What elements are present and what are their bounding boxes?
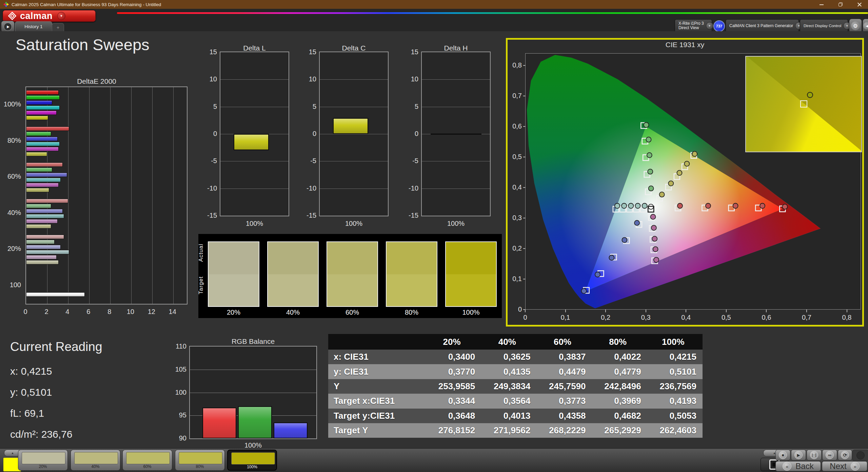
yellow-measured-marker	[677, 170, 682, 175]
delta_c-gridline	[320, 161, 388, 161]
meter-chevron-button[interactable]: ▼	[706, 22, 713, 29]
cie-x-tickmark	[646, 310, 646, 312]
delta-c-chart: 151050-5-10-15	[319, 52, 389, 216]
table-value-cell: 271,9562	[481, 423, 536, 438]
workflow-advance-button[interactable]: ▶	[1, 21, 15, 33]
add-tab-button[interactable]: +	[52, 23, 64, 32]
pattern-button-100%[interactable]: 100%	[227, 450, 277, 471]
display-control-dropdown[interactable]: Direct Display Control ▼	[800, 19, 848, 32]
minimize-button[interactable]	[819, 2, 824, 7]
back-button[interactable]: « Back	[775, 461, 821, 471]
pattern-button-80%[interactable]: 80%	[175, 450, 225, 471]
stop-measure-button[interactable]: ■	[775, 450, 790, 460]
pattern-generator-label: CalMAN Client 3 Pattern Generator	[729, 24, 793, 28]
cyan-measured-marker	[615, 203, 620, 209]
cie-x-tick: 0,8	[837, 314, 857, 321]
magenta-measured-marker	[654, 257, 659, 262]
delta-c-xlabel: 100%	[319, 220, 389, 228]
pattern-button-40%[interactable]: 40%	[71, 450, 120, 471]
deltae-bar-80%-yellow	[26, 152, 47, 156]
delta_l-y-tick: 15	[200, 48, 217, 56]
table-value-cell: 0,4022	[592, 350, 647, 364]
deltae-bar-60%-cyan	[26, 178, 61, 182]
cie-x-tickmark	[565, 310, 566, 312]
deltae-x-tick: 14	[162, 308, 183, 316]
delta_h-gridline	[422, 79, 490, 80]
swatch-column-100%	[445, 241, 497, 307]
table-row-label: Target x:CIE31	[328, 394, 426, 408]
red-measured-marker	[677, 203, 683, 209]
deltae-group-label: 40%	[0, 209, 21, 217]
delta_c-y-tick: 0	[299, 130, 316, 138]
deltae-y-axis: 100%80%60%40%20%100	[0, 86, 24, 304]
cie-y-tick: 0,3	[508, 214, 522, 222]
calman-menu-button[interactable]: calman ▼	[3, 10, 96, 22]
deltae-group-label: 20%	[0, 245, 21, 253]
table-value-cell: 0,4135	[481, 364, 536, 379]
tab-history-1[interactable]: History 1	[15, 21, 52, 32]
refresh-button[interactable]: ⟳	[838, 450, 852, 460]
back-chevrons-icon: «	[783, 462, 791, 471]
settings-button[interactable]: ⚙	[849, 19, 862, 33]
table-row: x: CIE310,34000,36250,38370,40220,4215	[328, 350, 703, 364]
cie-y-tickmark	[523, 218, 525, 218]
play-icon: ▶	[7, 25, 9, 28]
target-swatch-40%	[268, 274, 318, 307]
delta_l-y-tick: -10	[200, 184, 217, 192]
pattern-button-60%[interactable]: 60%	[122, 450, 172, 471]
actual-row-label: Actual	[198, 255, 204, 262]
cie-y-tickmark	[523, 65, 525, 66]
collapse-panel-button[interactable]: ◀	[863, 19, 868, 33]
calman-menu-chevron[interactable]: ▼	[57, 12, 65, 20]
table-row-label: Y	[328, 379, 426, 394]
cie-x-tickmark	[525, 310, 526, 312]
pattern-swatch-60%	[126, 452, 170, 464]
continuous-measure-button[interactable]: ∞	[822, 450, 837, 460]
cie-y-tick: 0,4	[508, 183, 522, 191]
single-measure-button[interactable]: [··]	[807, 450, 822, 460]
table-value-cell: 0,3625	[481, 350, 536, 364]
green-measured-marker	[649, 186, 654, 191]
deltae-x-axis: 02468101214	[25, 307, 188, 315]
delta-h-title: Delta H	[421, 44, 491, 52]
pattern-button-20%[interactable]: 20%	[18, 450, 68, 471]
delta-h-xlabel: 100%	[421, 220, 491, 228]
delta_l-y-tick: 5	[200, 103, 217, 111]
deltae-bar-80%-blue	[26, 137, 58, 141]
plus-icon: +	[57, 25, 59, 30]
table-row: Target Y276,8152271,9562268,2229265,2929…	[328, 423, 703, 438]
deltae-bar-40%-magenta	[26, 219, 58, 223]
deltae-gridline	[131, 87, 132, 304]
next-chevrons-icon: »	[851, 462, 860, 471]
restore-button[interactable]	[838, 2, 843, 7]
pattern-button-label: 80%	[175, 464, 224, 469]
cie-x-tick: 0,3	[636, 314, 656, 321]
delta_h-gridline	[422, 161, 490, 161]
delta_h-y-tick: -15	[401, 212, 418, 219]
pattern-swatch-20%	[22, 452, 65, 464]
back-button-label: Back	[795, 461, 813, 471]
pattern-button-label: 60%	[123, 464, 172, 469]
blue-measured-marker	[581, 289, 587, 294]
display-control-label: Direct Display Control	[804, 24, 841, 28]
table-value-cell: 0,4682	[592, 409, 647, 423]
cie-x-tickmark	[726, 310, 727, 312]
cie-y-tick: 0,5	[508, 153, 522, 161]
cie-x-tickmark	[766, 310, 767, 312]
badge-value: 737	[716, 24, 722, 28]
cie-x-tick: 0,6	[756, 314, 776, 321]
deltae-gridline	[173, 87, 174, 304]
swatch-column-80%	[386, 241, 437, 307]
cie-y-tick: 0,6	[508, 122, 522, 130]
pattern-generator-dropdown[interactable]: CalMAN Client 3 Pattern Generator ▼	[726, 19, 799, 32]
refresh-icon: ⟳	[843, 452, 847, 458]
next-button[interactable]: Next »	[822, 461, 867, 471]
deltae-gridline	[89, 87, 90, 304]
swatch-column-label: 100%	[445, 309, 497, 316]
table-value-cell: 253,9585	[426, 379, 481, 394]
deltae-group-label: 60%	[0, 173, 21, 180]
close-button[interactable]	[857, 2, 862, 7]
deltae-bar-60%-yellow	[26, 188, 49, 192]
start-measure-button[interactable]: ▶	[791, 450, 806, 460]
meter-dropdown[interactable]: X-Rite i1Pro 3 Direct View ▼	[675, 19, 712, 32]
